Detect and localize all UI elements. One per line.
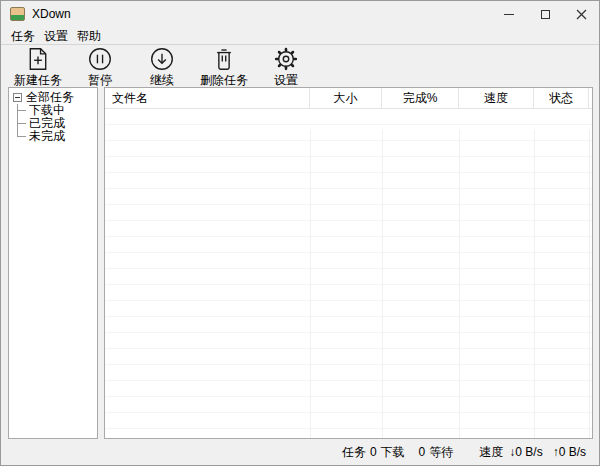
- column-header-spacer: [589, 88, 592, 108]
- task-tree-panel: 全部任务 下载中 已完成 未完成: [8, 87, 98, 439]
- status-download-speed: ↓0 B/s: [509, 445, 542, 459]
- app-logo-icon: [10, 7, 25, 21]
- status-tasks-count: 0: [370, 445, 377, 459]
- new-task-icon: [26, 47, 50, 71]
- menu-item-settings[interactable]: 设置: [40, 27, 72, 45]
- task-list-body[interactable]: [105, 109, 592, 438]
- status-tasks-label: 任务: [342, 444, 366, 461]
- close-icon: [576, 9, 587, 20]
- column-grid-line: [459, 130, 460, 438]
- maximize-button[interactable]: [527, 1, 563, 27]
- menu-item-help[interactable]: 帮助: [73, 27, 105, 45]
- status-upload-speed: ↑0 B/s: [553, 445, 586, 459]
- resume-button[interactable]: 继续: [137, 47, 187, 89]
- window-controls: [491, 1, 599, 27]
- tree-item-incomplete[interactable]: 未完成: [9, 130, 97, 143]
- column-grid-line: [534, 130, 535, 438]
- tree-branch-line: [17, 104, 27, 117]
- tree-branch-line: [17, 130, 27, 143]
- toolbar: 新建任务 暂停 继续: [1, 45, 599, 86]
- delete-task-icon: [212, 47, 236, 71]
- window-title: XDown: [32, 7, 71, 21]
- status-waiting-count: 0: [419, 445, 426, 459]
- table-header-row: 文件名 大小 完成% 速度 状态: [105, 88, 592, 109]
- minimize-button[interactable]: [491, 1, 527, 27]
- column-grid-line: [382, 130, 383, 438]
- new-task-button[interactable]: 新建任务: [13, 47, 63, 89]
- status-waiting-label: 等待: [429, 444, 453, 461]
- column-header-size[interactable]: 大小: [310, 88, 382, 108]
- minimize-icon: [504, 14, 514, 15]
- statusbar: 任务 0 下载 0 等待 速度 ↓0 B/s ↑0 B/s: [1, 439, 599, 465]
- menu-item-task[interactable]: 任务: [7, 27, 39, 45]
- settings-button[interactable]: 设置: [261, 47, 311, 89]
- task-table-panel: 文件名 大小 完成% 速度 状态: [104, 87, 593, 439]
- status-speed-label: 速度: [479, 444, 503, 461]
- close-button[interactable]: [563, 1, 599, 27]
- titlebar: XDown: [1, 1, 599, 27]
- main-content: 全部任务 下载中 已完成 未完成 文件名 大小 完成% 速度 状态: [1, 87, 600, 439]
- column-grid-line: [589, 130, 590, 438]
- column-grid-line: [310, 130, 311, 438]
- pause-button[interactable]: 暂停: [75, 47, 125, 89]
- tree-item-incomplete-label: 未完成: [29, 128, 65, 145]
- column-header-progress[interactable]: 完成%: [382, 88, 459, 108]
- status-downloading-label: 下载: [381, 444, 405, 461]
- settings-icon: [274, 47, 298, 71]
- column-header-status[interactable]: 状态: [534, 88, 589, 108]
- pause-icon: [88, 47, 112, 71]
- column-header-speed[interactable]: 速度: [459, 88, 534, 108]
- resume-icon: [150, 47, 174, 71]
- tree-branch-line: [17, 117, 27, 130]
- maximize-icon: [541, 10, 550, 19]
- column-header-filename[interactable]: 文件名: [105, 88, 310, 108]
- delete-task-button[interactable]: 删除任务: [199, 47, 249, 89]
- app-window: XDown 任务 设置 帮助: [0, 0, 600, 466]
- tree-collapse-icon[interactable]: [13, 93, 22, 102]
- menubar: 任务 设置 帮助: [1, 27, 599, 45]
